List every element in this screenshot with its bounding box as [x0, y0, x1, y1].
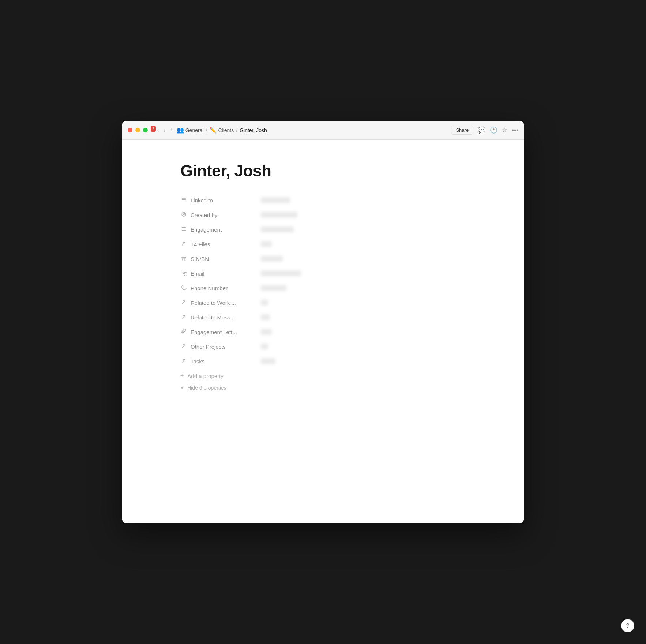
prop-icon-phone-number — [180, 285, 187, 291]
svg-line-8 — [183, 256, 183, 260]
property-row-linked-to[interactable]: Linked to — [180, 193, 466, 207]
prop-label-engagement-lett: Engagement Lett... — [180, 329, 261, 335]
prop-value-created-by — [261, 212, 466, 218]
breadcrumb: 👥 General / ✏️ Clients / Ginter, Josh — [177, 127, 451, 134]
prop-name-engagement: Engagement — [191, 226, 222, 233]
app-window: 7 ‹ › + 👥 General / ✏️ Clients / Ginter,… — [122, 121, 524, 523]
close-button[interactable] — [128, 128, 132, 132]
prop-value-t4-files — [261, 241, 466, 247]
favorite-icon[interactable]: ☆ — [502, 126, 507, 134]
prop-icon-engagement — [180, 226, 187, 233]
prop-label-tasks: Tasks — [180, 358, 261, 364]
prop-blurred-value-engagement — [261, 226, 294, 232]
share-button[interactable]: Share — [451, 126, 473, 135]
property-row-sin-bn[interactable]: SIN/BN — [180, 252, 466, 266]
maximize-button[interactable] — [143, 128, 148, 132]
back-button[interactable]: ‹ — [156, 126, 161, 134]
hide-properties-row[interactable]: ∧ Hide 6 properties — [180, 382, 466, 394]
prop-label-engagement: Engagement — [180, 226, 261, 233]
prop-name-tasks: Tasks — [191, 358, 204, 364]
property-row-phone-number[interactable]: Phone Number — [180, 281, 466, 295]
prop-name-other-projects: Other Projects — [191, 344, 226, 350]
prop-label-email: Email — [180, 270, 261, 277]
page-title: Ginter, Josh — [180, 162, 466, 180]
prop-icon-linked-to — [180, 197, 187, 203]
property-row-created-by[interactable]: Created by — [180, 208, 466, 222]
svg-line-9 — [185, 256, 185, 260]
prop-value-related-to-mess — [261, 314, 466, 321]
prop-icon-tasks — [180, 358, 187, 364]
breadcrumb-general[interactable]: General — [185, 127, 204, 133]
prop-icon-related-to-work — [180, 300, 187, 306]
prop-icon-related-to-mess — [180, 314, 187, 321]
prop-label-related-to-work: Related to Work ... — [180, 300, 261, 306]
prop-value-engagement-lett — [261, 329, 466, 335]
titlebar-actions: Share 💬 🕐 ☆ ••• — [451, 126, 518, 135]
prop-icon-email — [180, 270, 187, 277]
prop-icon-engagement-lett — [180, 329, 187, 335]
property-row-t4-files[interactable]: T4 Files — [180, 237, 466, 251]
add-property-row[interactable]: + Add a property — [180, 370, 466, 382]
property-row-other-projects[interactable]: Other Projects — [180, 340, 466, 353]
prop-icon-created-by — [180, 211, 187, 218]
prop-label-other-projects: Other Projects — [180, 344, 261, 350]
add-property-label: Add a property — [187, 373, 223, 379]
prop-name-related-to-work: Related to Work ... — [191, 300, 236, 306]
add-property-icon: + — [180, 372, 184, 379]
svg-rect-5 — [182, 227, 186, 228]
property-row-engagement[interactable]: Engagement — [180, 222, 466, 236]
prop-label-sin-bn: SIN/BN — [180, 255, 261, 262]
property-row-email[interactable]: Email — [180, 266, 466, 280]
prop-blurred-value-t4-files — [261, 241, 272, 247]
prop-value-email — [261, 270, 466, 277]
titlebar: 7 ‹ › + 👥 General / ✏️ Clients / Ginter,… — [122, 121, 524, 140]
prop-blurred-value-phone-number — [261, 285, 286, 291]
property-row-related-to-mess[interactable]: Related to Mess... — [180, 310, 466, 324]
workspace-icon: 👥 — [177, 127, 184, 134]
svg-point-4 — [183, 213, 184, 214]
history-icon[interactable]: 🕐 — [490, 126, 497, 134]
prop-blurred-value-sin-bn — [261, 256, 283, 262]
prop-name-email: Email — [191, 270, 204, 277]
prop-label-phone-number: Phone Number — [180, 285, 261, 291]
svg-rect-6 — [182, 229, 186, 229]
chevron-up-icon: ∧ — [180, 385, 184, 390]
prop-value-engagement — [261, 226, 466, 233]
prop-blurred-value-engagement-lett — [261, 329, 272, 335]
comment-icon[interactable]: 💬 — [478, 126, 485, 134]
breadcrumb-clients[interactable]: Clients — [218, 127, 234, 133]
prop-value-sin-bn — [261, 256, 466, 262]
prop-name-t4-files: T4 Files — [191, 241, 210, 247]
prop-label-t4-files: T4 Files — [180, 241, 261, 247]
properties-list: Linked to Created by Engagement — [180, 193, 466, 368]
hide-properties-label: Hide 6 properties — [187, 385, 226, 391]
property-row-tasks[interactable]: Tasks — [180, 354, 466, 368]
minimize-button[interactable] — [135, 128, 140, 132]
prop-blurred-value-created-by — [261, 212, 297, 218]
prop-name-sin-bn: SIN/BN — [191, 256, 209, 262]
forward-button[interactable]: › — [162, 126, 167, 134]
property-row-related-to-work[interactable]: Related to Work ... — [180, 296, 466, 310]
prop-label-related-to-mess: Related to Mess... — [180, 314, 261, 321]
property-row-engagement-lett[interactable]: Engagement Lett... — [180, 325, 466, 339]
nav-buttons: ‹ › — [156, 126, 167, 134]
prop-blurred-value-tasks — [261, 358, 275, 364]
clients-icon: ✏️ — [209, 127, 217, 134]
notification-badge: 7 — [151, 126, 156, 132]
prop-label-created-by: Created by — [180, 211, 261, 218]
traffic-lights — [128, 128, 148, 132]
prop-icon-sin-bn — [180, 255, 187, 262]
prop-blurred-value-email — [261, 270, 301, 276]
prop-value-linked-to — [261, 197, 466, 203]
prop-value-related-to-work — [261, 300, 466, 306]
prop-name-related-to-mess: Related to Mess... — [191, 314, 235, 321]
prop-name-linked-to: Linked to — [191, 197, 213, 203]
prop-blurred-value-other-projects — [261, 344, 268, 349]
new-page-button[interactable]: + — [170, 126, 174, 134]
more-icon[interactable]: ••• — [512, 127, 518, 134]
prop-icon-other-projects — [180, 344, 187, 350]
prop-label-linked-to: Linked to — [180, 197, 261, 203]
prop-value-other-projects — [261, 344, 466, 350]
prop-blurred-value-related-to-work — [261, 300, 268, 306]
prop-name-phone-number: Phone Number — [191, 285, 228, 291]
